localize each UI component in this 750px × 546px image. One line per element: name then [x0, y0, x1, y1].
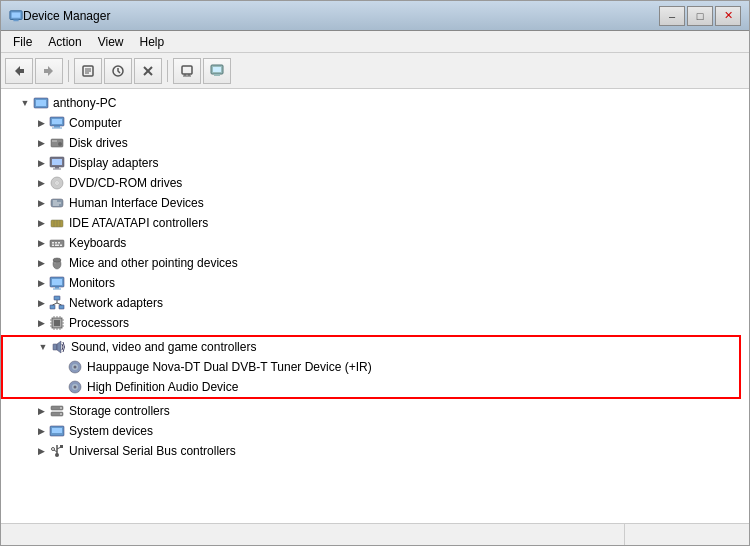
uninstall-button[interactable]: [134, 58, 162, 84]
processors-label: Processors: [69, 316, 129, 330]
svg-rect-66: [54, 320, 60, 326]
expand-ide[interactable]: ▶: [33, 215, 49, 231]
svg-marker-5: [48, 66, 53, 76]
svg-point-89: [60, 407, 62, 409]
sound-icon: [51, 339, 67, 355]
title-bar-icon: [9, 9, 23, 23]
display-label: Display adapters: [69, 156, 158, 170]
monitors-label: Monitors: [69, 276, 115, 290]
tree-item-storage[interactable]: ▶ Storage controllers: [1, 401, 749, 421]
device-manager-icon-btn[interactable]: [203, 58, 231, 84]
tree-item-network[interactable]: ▶ Network adapters: [1, 293, 749, 313]
menu-view[interactable]: View: [90, 33, 132, 51]
tree-item-ide[interactable]: ▶ IDE ATA/ATAPI controllers: [1, 213, 749, 233]
svg-rect-51: [60, 245, 62, 247]
tree-item-display[interactable]: ▶ Display adapters: [1, 153, 749, 173]
svg-rect-22: [36, 100, 46, 106]
status-bar: [1, 523, 749, 545]
expand-mice[interactable]: ▶: [33, 255, 49, 271]
expand-keyboard[interactable]: ▶: [33, 235, 49, 251]
mice-icon: [49, 255, 65, 271]
expand-usb[interactable]: ▶: [33, 443, 49, 459]
maximize-button[interactable]: □: [687, 6, 713, 26]
tree-item-keyboard[interactable]: ▶ Keyboards: [1, 233, 749, 253]
svg-rect-28: [52, 140, 57, 142]
menu-action[interactable]: Action: [40, 33, 89, 51]
menu-help[interactable]: Help: [132, 33, 173, 51]
hid-icon: [49, 195, 65, 211]
expand-sound[interactable]: ▼: [35, 339, 51, 355]
usb-label: Universal Serial Bus controllers: [69, 444, 236, 458]
svg-rect-2: [13, 19, 18, 21]
expand-root[interactable]: ▼: [17, 95, 33, 111]
scan-hardware-button[interactable]: [173, 58, 201, 84]
tree-item-dvd[interactable]: ▶ DVD/CD-ROM drives: [1, 173, 749, 193]
network-icon: [49, 295, 65, 311]
svg-rect-6: [44, 69, 48, 73]
expand-hid[interactable]: ▶: [33, 195, 49, 211]
svg-rect-49: [52, 245, 54, 247]
svg-rect-56: [52, 279, 62, 285]
menu-file[interactable]: File: [5, 33, 40, 51]
mice-label: Mice and other pointing devices: [69, 256, 238, 270]
svg-rect-79: [53, 344, 57, 350]
system-icon: [49, 423, 65, 439]
tree-item-hauppauge[interactable]: ▶ Hauppauge Nova-DT Dual DVB-T Tuner Dev…: [3, 357, 739, 377]
svg-rect-58: [53, 289, 61, 290]
svg-rect-1: [12, 12, 21, 17]
expand-processors[interactable]: ▶: [33, 315, 49, 331]
expand-computer[interactable]: ▶: [33, 115, 49, 131]
computer-label: Computer: [69, 116, 122, 130]
svg-rect-25: [54, 126, 60, 128]
hdaudio-icon: [67, 379, 83, 395]
back-button[interactable]: [5, 58, 33, 84]
tree-item-disk[interactable]: ▶ Disk drives: [1, 133, 749, 153]
network-label: Network adapters: [69, 296, 163, 310]
expand-disk[interactable]: ▶: [33, 135, 49, 151]
update-driver-button[interactable]: [104, 58, 132, 84]
svg-point-29: [58, 142, 62, 146]
tree-item-hdaudio[interactable]: ▶ High Definition Audio Device: [3, 377, 739, 397]
expand-network[interactable]: ▶: [33, 295, 49, 311]
tree-item-mice[interactable]: ▶ Mice and other pointing devices: [1, 253, 749, 273]
close-button[interactable]: ✕: [715, 6, 741, 26]
tree-item-hid[interactable]: ▶ Human Interface Devices: [1, 193, 749, 213]
tree-item-system[interactable]: ▶ System devices: [1, 421, 749, 441]
svg-rect-61: [59, 305, 64, 309]
svg-point-97: [52, 448, 55, 451]
expand-monitors[interactable]: ▶: [33, 275, 49, 291]
svg-line-64: [57, 303, 62, 305]
expand-system[interactable]: ▶: [33, 423, 49, 439]
tree-item-usb[interactable]: ▶ Universal Serial Bus controllers: [1, 441, 749, 461]
device-manager-window: Device Manager – □ ✕ File Action View He…: [0, 0, 750, 546]
hauppauge-icon: [67, 359, 83, 375]
minimize-button[interactable]: –: [659, 6, 685, 26]
svg-rect-33: [53, 169, 61, 170]
svg-rect-4: [20, 69, 24, 73]
expand-storage[interactable]: ▶: [33, 403, 49, 419]
root-label: anthony-PC: [53, 96, 116, 110]
toolbar-separator-1: [68, 60, 69, 82]
svg-rect-20: [214, 74, 220, 76]
keyboard-label: Keyboards: [69, 236, 126, 250]
svg-rect-47: [55, 242, 57, 244]
menu-bar: File Action View Help: [1, 31, 749, 53]
svg-rect-26: [52, 128, 62, 129]
svg-rect-48: [58, 242, 60, 244]
usb-icon: [49, 443, 65, 459]
expand-display[interactable]: ▶: [33, 155, 49, 171]
device-tree-panel[interactable]: ▼ anthony-PC ▶ Computer ▶: [1, 89, 749, 523]
tree-item-computer[interactable]: ▶ Computer: [1, 113, 749, 133]
svg-rect-95: [60, 445, 63, 448]
properties-button[interactable]: [74, 58, 102, 84]
tree-item-monitors[interactable]: ▶ Monitors: [1, 273, 749, 293]
hauppauge-expand-placeholder: ▶: [51, 359, 67, 375]
tree-root[interactable]: ▼ anthony-PC: [1, 93, 749, 113]
expand-dvd[interactable]: ▶: [33, 175, 49, 191]
tree-item-processors[interactable]: ▶ Processors: [1, 313, 749, 333]
forward-button[interactable]: [35, 58, 63, 84]
ide-label: IDE ATA/ATAPI controllers: [69, 216, 208, 230]
toolbar: [1, 53, 749, 89]
dvd-icon: [49, 175, 65, 191]
tree-item-sound[interactable]: ▼ Sound, video and game controllers: [3, 337, 739, 357]
